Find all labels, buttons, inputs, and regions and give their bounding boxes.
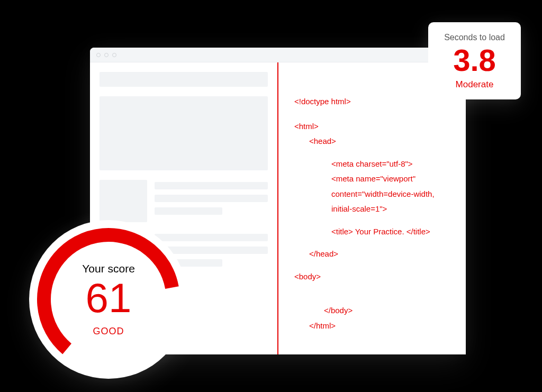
svg-point-0 — [37, 227, 180, 371]
code-line: </head> — [294, 247, 450, 262]
code-line: initial-scale=1"> — [294, 202, 450, 217]
mock-text-line — [155, 182, 268, 189]
code-line: <meta charset="utf-8"> — [294, 157, 450, 172]
html-source-display: <!doctype html> <html> <head> <meta char… — [294, 94, 450, 333]
code-line: content="width=device-width, — [294, 187, 450, 202]
mock-nav-bar — [100, 72, 268, 87]
score-gauge-card: Your score 61 GOOD — [29, 220, 188, 379]
code-line: </html> — [294, 318, 450, 334]
mock-text-lines — [155, 180, 268, 222]
window-control-maximize-icon — [112, 53, 116, 57]
code-line: <html> — [294, 119, 450, 134]
browser-titlebar — [90, 48, 466, 62]
window-control-close-icon — [96, 53, 101, 57]
mock-hero-block — [100, 96, 268, 170]
mock-thumbnail — [100, 180, 147, 222]
code-line: <!doctype html> — [294, 94, 450, 110]
code-line: <body> — [294, 269, 450, 285]
code-pane: <!doctype html> <html> <head> <meta char… — [278, 62, 466, 354]
load-label: Seconds to load — [437, 33, 512, 42]
load-rating: Moderate — [437, 79, 512, 90]
score-ring-icon — [37, 227, 180, 371]
code-line: </body> — [294, 303, 450, 318]
mock-content-row — [100, 180, 268, 222]
mock-text-line — [155, 207, 222, 215]
code-line: <title> Your Practice. </title> — [294, 224, 450, 240]
code-line: <head> — [294, 134, 450, 149]
load-value: 3.8 — [437, 43, 512, 77]
mock-text-line — [155, 195, 268, 202]
code-line: <meta name="viewport" — [294, 171, 450, 187]
load-time-card: Seconds to load 3.8 Moderate — [428, 22, 521, 99]
window-control-minimize-icon — [104, 53, 109, 57]
